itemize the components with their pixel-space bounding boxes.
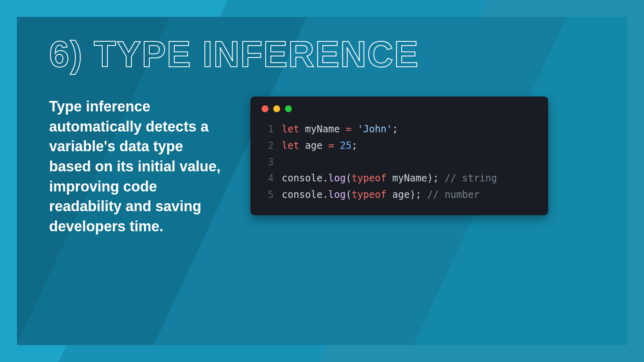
code-text: let myName = 'John';: [282, 121, 398, 138]
window-close-icon: [262, 105, 268, 112]
window-minimize-icon: [273, 105, 280, 112]
line-number: 4: [262, 170, 274, 187]
line-number: 3: [262, 154, 274, 171]
code-text: let age = 25;: [282, 138, 357, 154]
code-card: 1let myName = 'John';2let age = 25;3 4co…: [250, 97, 548, 215]
code-line: 5console.log(typeof age); // number: [262, 187, 537, 203]
slide-content-row: Type inference automatically detects a v…: [49, 97, 595, 237]
window-zoom-icon: [285, 105, 292, 112]
slide-outer-frame: 6) TYPE INFERENCE Type inference automat…: [0, 0, 644, 362]
code-text: console.log(typeof age); // number: [282, 187, 479, 203]
code-line: 3: [262, 154, 537, 171]
line-number: 5: [262, 187, 274, 203]
code-text: [282, 154, 287, 171]
code-line: 4console.log(typeof myName); // string: [262, 170, 537, 187]
code-line: 2let age = 25;: [262, 138, 537, 154]
slide-description: Type inference automatically detects a v…: [49, 97, 226, 237]
line-number: 1: [262, 121, 274, 138]
code-text: console.log(typeof myName); // string: [282, 170, 497, 187]
code-body: 1let myName = 'John';2let age = 25;3 4co…: [262, 121, 537, 203]
line-number: 2: [262, 138, 274, 154]
code-line: 1let myName = 'John';: [262, 121, 537, 138]
slide-inner-panel: 6) TYPE INFERENCE Type inference automat…: [17, 17, 627, 345]
slide-title: 6) TYPE INFERENCE: [49, 36, 595, 72]
window-controls: [262, 105, 537, 112]
